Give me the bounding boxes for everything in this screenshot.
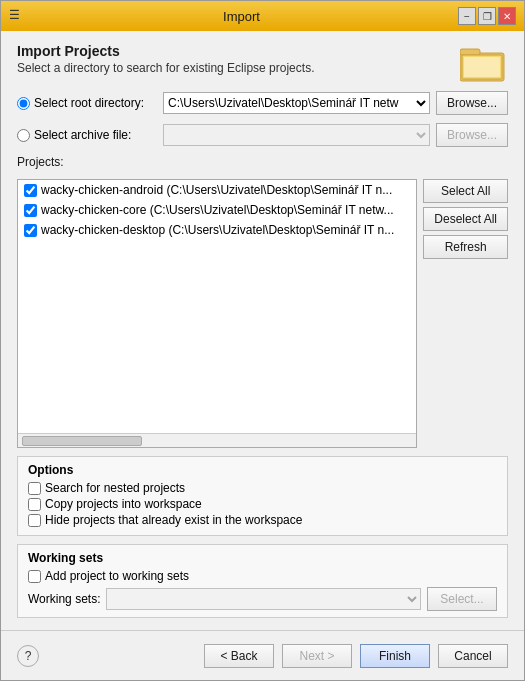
nested-projects-checkbox-label[interactable]: Search for nested projects [28,481,497,495]
hide-projects-checkbox[interactable] [28,514,41,527]
add-to-working-sets-text: Add project to working sets [45,569,189,583]
nested-projects-label: Search for nested projects [45,481,185,495]
horizontal-scrollbar[interactable] [18,433,416,447]
archive-file-combo [163,124,430,146]
project-label-0: wacky-chicken-android (C:\Users\Uzivatel… [41,183,392,197]
import-window: ☰ Import − ❐ ✕ Import Projects Select a … [0,0,525,681]
add-to-working-sets-checkbox[interactable] [28,570,41,583]
options-section: Options Search for nested projects Copy … [17,456,508,536]
archive-file-radio-label[interactable]: Select archive file: [17,128,157,142]
copy-projects-checkbox-label[interactable]: Copy projects into workspace [28,497,497,511]
projects-list-container: wacky-chicken-android (C:\Users\Uzivatel… [17,179,417,448]
list-item[interactable]: wacky-chicken-android (C:\Users\Uzivatel… [18,180,416,200]
page-subtitle: Select a directory to search for existin… [17,61,314,75]
projects-section: Projects: [17,155,508,171]
projects-area: wacky-chicken-android (C:\Users\Uzivatel… [17,179,508,448]
archive-file-row: Select archive file: Browse... [17,123,508,147]
root-directory-row: Select root directory: C:\Users\Uzivatel… [17,91,508,115]
options-title: Options [28,463,497,477]
folder-icon [460,43,508,83]
help-button[interactable]: ? [17,645,39,667]
copy-projects-checkbox[interactable] [28,498,41,511]
root-directory-radio-label[interactable]: Select root directory: [17,96,157,110]
bottom-bar: ? < Back Next > Finish Cancel [1,630,524,680]
refresh-button[interactable]: Refresh [423,235,508,259]
copy-projects-label: Copy projects into workspace [45,497,202,511]
working-sets-select [106,588,421,610]
window-controls: − ❐ ✕ [458,7,516,25]
finish-button[interactable]: Finish [360,644,430,668]
hide-projects-checkbox-label[interactable]: Hide projects that already exist in the … [28,513,497,527]
add-to-working-sets-label[interactable]: Add project to working sets [28,569,497,583]
main-content: Import Projects Select a directory to se… [1,31,524,630]
page-header-text: Import Projects Select a directory to se… [17,43,314,75]
select-all-button[interactable]: Select All [423,179,508,203]
restore-button[interactable]: ❐ [478,7,496,25]
archive-file-browse-button: Browse... [436,123,508,147]
archive-file-radio[interactable] [17,129,30,142]
projects-list[interactable]: wacky-chicken-android (C:\Users\Uzivatel… [18,180,416,433]
nested-projects-checkbox[interactable] [28,482,41,495]
working-sets-row: Working sets: Select... [28,587,497,611]
page-header: Import Projects Select a directory to se… [17,43,508,83]
deselect-all-button[interactable]: Deselect All [423,207,508,231]
close-button[interactable]: ✕ [498,7,516,25]
scrollbar-thumb[interactable] [22,436,142,446]
projects-label: Projects: [17,155,508,169]
list-item[interactable]: wacky-chicken-core (C:\Users\Uzivatel\De… [18,200,416,220]
svg-rect-1 [460,49,480,55]
svg-rect-3 [464,57,500,77]
working-sets-title: Working sets [28,551,497,565]
window-icon: ☰ [9,8,25,24]
working-sets-label: Working sets: [28,592,100,606]
root-directory-combo[interactable]: C:\Users\Uzivatel\Desktop\Seminář IT net… [163,92,430,114]
project-label-2: wacky-chicken-desktop (C:\Users\Uzivatel… [41,223,394,237]
page-title: Import Projects [17,43,314,59]
next-button[interactable]: Next > [282,644,352,668]
window-title: Import [25,9,458,24]
root-directory-radio[interactable] [17,97,30,110]
root-directory-label: Select root directory: [34,96,144,110]
working-sets-select-button: Select... [427,587,497,611]
projects-buttons: Select All Deselect All Refresh [423,179,508,448]
project-checkbox-0[interactable] [24,184,37,197]
project-checkbox-1[interactable] [24,204,37,217]
working-sets-section: Working sets Add project to working sets… [17,544,508,618]
hide-projects-label: Hide projects that already exist in the … [45,513,302,527]
cancel-button[interactable]: Cancel [438,644,508,668]
archive-file-label: Select archive file: [34,128,131,142]
project-label-1: wacky-chicken-core (C:\Users\Uzivatel\De… [41,203,394,217]
title-bar: ☰ Import − ❐ ✕ [1,1,524,31]
back-button[interactable]: < Back [204,644,274,668]
project-checkbox-2[interactable] [24,224,37,237]
minimize-button[interactable]: − [458,7,476,25]
list-item[interactable]: wacky-chicken-desktop (C:\Users\Uzivatel… [18,220,416,240]
root-directory-browse-button[interactable]: Browse... [436,91,508,115]
